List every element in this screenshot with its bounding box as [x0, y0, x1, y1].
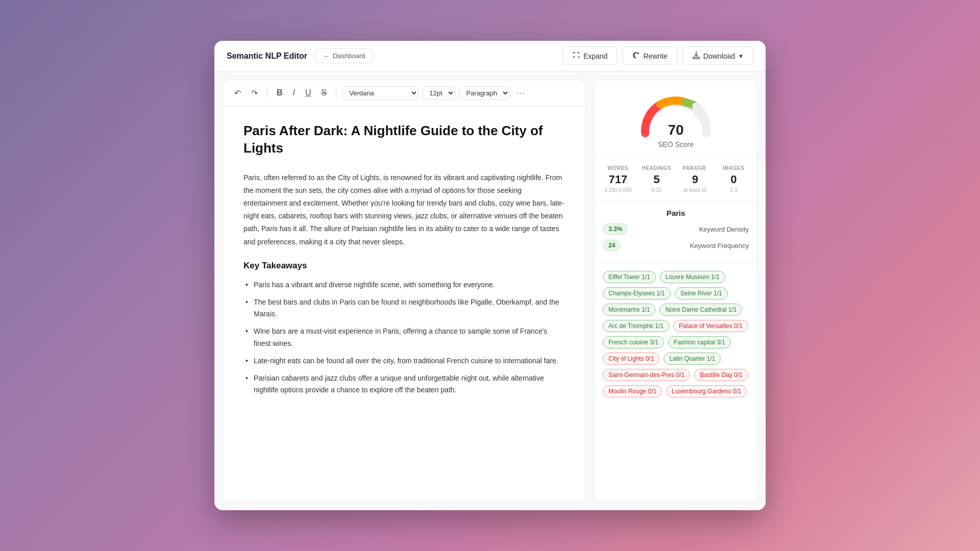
- entity-tag: Bastille Day 0/1: [694, 369, 748, 381]
- download-button[interactable]: Download ▼: [682, 46, 753, 65]
- top-bar-left: Semantic NLP Editor ← Dashboard: [227, 48, 373, 63]
- seo-score-value: 70: [668, 122, 683, 138]
- paragraphs-label: PARAGR.: [676, 165, 715, 171]
- strikethrough-button[interactable]: S: [318, 86, 330, 99]
- entity-tag: Luxembourg Gardens 0/1: [666, 385, 747, 397]
- rewrite-button[interactable]: Rewrite: [622, 46, 677, 65]
- expand-icon: [572, 51, 580, 61]
- italic-button[interactable]: I: [290, 86, 298, 99]
- list-item: Wine bars are a must-visit experience in…: [243, 325, 565, 350]
- app-title: Semantic NLP Editor: [227, 52, 307, 61]
- entity-tag: Eiffel Tower 1/1: [603, 271, 656, 283]
- bullet-list: Paris has a vibrant and diverse nightlif…: [243, 279, 565, 396]
- images-label: IMAGES: [715, 165, 753, 171]
- keyword-section: Paris 3.3% Keyword Density 24 Keyword Fr…: [595, 202, 757, 264]
- words-range: 1,200-2,600: [599, 187, 638, 193]
- stat-words: WORDS 717 1,200-2,600: [599, 165, 638, 193]
- editor-body[interactable]: Paris After Dark: A Nightlife Guide to t…: [223, 106, 585, 502]
- entity-tag: Latin Quarter 1/1: [664, 353, 721, 365]
- app-window: Semantic NLP Editor ← Dashboard Expand: [214, 41, 766, 510]
- paragraph-style-select[interactable]: Paragraph Heading 1 Heading 2: [459, 86, 510, 100]
- stat-paragraphs: PARAGR. 9 at least 10: [676, 165, 715, 193]
- top-bar-right: Expand Rewrite Download ▼: [562, 46, 753, 65]
- paragraphs-value: 9: [676, 173, 715, 186]
- paragraphs-range: at least 10: [676, 187, 715, 193]
- tags-section: Eiffel Tower 1/1Louvre Museum 1/1Champs-…: [595, 264, 757, 405]
- entity-tag: Notre Dame Cathedral 1/1: [659, 304, 742, 316]
- gauge-container: 70: [635, 92, 717, 138]
- keyword-title: Paris: [603, 209, 749, 217]
- images-range: 1-3: [715, 187, 753, 193]
- entity-tag: French cuisine 3/1: [603, 336, 664, 348]
- stat-headings: HEADINGS 5 9-20: [638, 165, 676, 193]
- bold-button[interactable]: B: [274, 86, 286, 99]
- arrow-left-icon: ←: [323, 52, 330, 60]
- entity-tag: Seine River 1/1: [675, 287, 728, 299]
- headings-value: 5: [638, 173, 676, 186]
- main-content: ↶ ↷ B I U S Verdana Arial Times New Roma…: [214, 71, 766, 510]
- redo-button[interactable]: ↷: [248, 86, 261, 100]
- font-family-select[interactable]: Verdana Arial Times New Roman: [342, 86, 419, 100]
- images-value: 0: [715, 173, 753, 186]
- tags-container: Eiffel Tower 1/1Louvre Museum 1/1Champs-…: [603, 271, 749, 397]
- underline-button[interactable]: U: [302, 86, 314, 99]
- headings-range: 9-20: [638, 187, 676, 193]
- seo-score-label: SEO Score: [605, 140, 747, 148]
- entity-tag: Montmartre 1/1: [603, 304, 655, 316]
- entity-tag: Arc de Triomphe 1/1: [603, 320, 669, 332]
- list-item: Paris has a vibrant and diverse nightlif…: [243, 279, 565, 291]
- editor-panel: ↶ ↷ B I U S Verdana Arial Times New Roma…: [223, 80, 586, 502]
- download-icon: [692, 51, 700, 61]
- list-item: The best bars and clubs in Paris can be …: [243, 296, 565, 321]
- entity-tag: Louvre Museum 1/1: [660, 271, 725, 283]
- separator-1: [267, 88, 267, 98]
- intro-paragraph: Paris, often referred to as the City of …: [243, 171, 565, 248]
- font-size-select[interactable]: 12pt 14pt 16pt: [423, 86, 455, 100]
- more-options-button[interactable]: ⋯: [514, 85, 527, 101]
- separator-2: [336, 88, 336, 98]
- expand-button[interactable]: Expand: [562, 46, 617, 65]
- words-label: WORDS: [599, 165, 638, 171]
- entity-tag: Palace of Versailles 0/1: [673, 320, 748, 332]
- editor-toolbar: ↶ ↷ B I U S Verdana Arial Times New Roma…: [223, 80, 585, 106]
- keyword-frequency-badge: 24: [603, 240, 621, 251]
- rewrite-icon: [632, 51, 640, 61]
- top-bar: Semantic NLP Editor ← Dashboard Expand: [214, 41, 766, 71]
- keyword-density-label: Keyword Density: [699, 226, 749, 233]
- entity-tag: Saint-Germain-des-Pres 0/1: [603, 369, 690, 381]
- keyword-density-badge: 3.3%: [603, 223, 628, 235]
- document-title: Paris After Dark: A Nightlife Guide to t…: [243, 122, 565, 157]
- entity-tag: Champs-Elysees 1/1: [603, 287, 671, 299]
- right-panel: 70 SEO Score WORDS 717 1,200-2,600 HEADI…: [594, 80, 757, 502]
- keyword-density-row: 3.3% Keyword Density: [603, 223, 749, 235]
- headings-label: HEADINGS: [638, 165, 676, 171]
- stat-images: IMAGES 0 1-3: [715, 165, 753, 193]
- list-item: Parisian cabarets and jazz clubs offer a…: [243, 372, 565, 397]
- seo-score-section: 70 SEO Score: [595, 80, 757, 157]
- entity-tag: City of Lights 0/1: [603, 353, 659, 365]
- chevron-down-icon: ▼: [738, 53, 744, 59]
- list-item: Late-night eats can be found all over th…: [243, 355, 565, 367]
- stats-row: WORDS 717 1,200-2,600 HEADINGS 5 9-20 PA…: [595, 157, 757, 202]
- words-value: 717: [599, 173, 638, 186]
- dashboard-button[interactable]: ← Dashboard: [315, 48, 373, 63]
- keyword-frequency-row: 24 Keyword Frequency: [603, 240, 749, 251]
- entity-tag: Fashion capital 3/1: [668, 336, 731, 348]
- entity-tag: Moulin Rouge 0/1: [603, 385, 662, 397]
- keyword-frequency-label: Keyword Frequency: [690, 242, 749, 249]
- key-takeaways-heading: Key Takeaways: [243, 261, 565, 271]
- undo-button[interactable]: ↶: [231, 86, 244, 100]
